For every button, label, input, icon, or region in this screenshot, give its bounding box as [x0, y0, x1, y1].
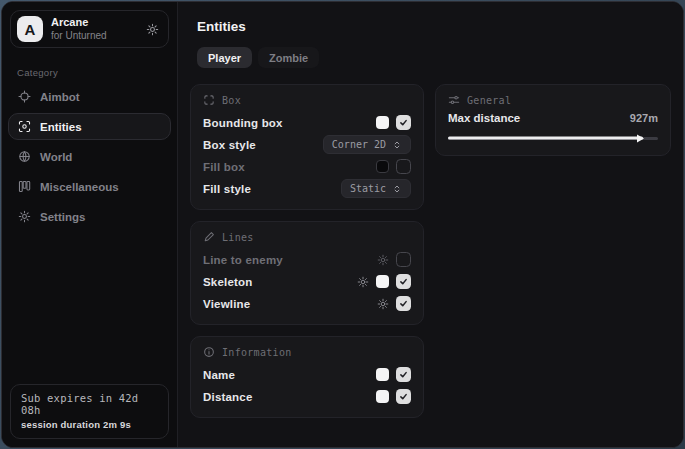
app-subtitle: for Unturned — [51, 30, 107, 43]
sidebar-item-label: Settings — [40, 211, 85, 223]
lines-section: Lines Line to enemy — [190, 221, 424, 325]
tab-zombie[interactable]: Zombie — [258, 47, 319, 68]
setting-row-skeleton: Skeleton — [203, 271, 411, 292]
setting-row-viewline: Viewline — [203, 293, 411, 314]
box-section-header: Box — [203, 94, 411, 106]
color-swatch[interactable] — [376, 160, 389, 173]
app-logo: A — [17, 16, 43, 42]
app-window: A Arcane for Unturned Category — [1, 1, 684, 448]
lines-section-title: Lines — [222, 232, 254, 243]
box-style-dropdown[interactable]: Corner 2D — [323, 135, 411, 154]
setting-row-max-distance: Max distance 927m — [448, 112, 658, 124]
subscription-card: Sub expires in 42d 08h session duration … — [10, 384, 169, 439]
page-title: Entities — [197, 19, 671, 34]
general-section-header: General — [448, 94, 658, 106]
sidebar-item-label: Miscellaneous — [40, 181, 119, 193]
color-swatch[interactable] — [376, 368, 389, 381]
checkbox[interactable] — [396, 367, 411, 382]
sidebar-item-label: Aimbot — [40, 91, 80, 103]
gear-icon[interactable] — [377, 254, 389, 266]
slider-fill — [448, 137, 643, 140]
setting-row-line-to-enemy: Line to enemy — [203, 249, 411, 270]
dropdown-value: Corner 2D — [332, 139, 386, 150]
sidebar: A Arcane for Unturned Category — [2, 2, 178, 447]
information-section-title: Information — [222, 347, 292, 358]
gear-icon[interactable] — [146, 23, 159, 36]
color-swatch[interactable] — [376, 390, 389, 403]
content-columns: Box Bounding box Box — [190, 84, 671, 418]
app-name: Arcane — [51, 16, 107, 30]
checkbox[interactable] — [396, 389, 411, 404]
chevron-selector-icon — [392, 184, 402, 194]
desktop-background: A Arcane for Unturned Category — [0, 0, 685, 449]
box-section: Box Bounding box Box — [190, 84, 424, 210]
gear-icon[interactable] — [377, 298, 389, 310]
tab-player[interactable]: Player — [197, 47, 252, 68]
right-column: General Max distance 927m — [435, 84, 671, 156]
max-distance-value: 927m — [630, 112, 658, 124]
sidebar-item-label: World — [40, 151, 72, 163]
setting-row-distance: Distance — [203, 386, 411, 407]
lines-section-header: Lines — [203, 231, 411, 243]
main-panel: Entities Player Zombie — [178, 2, 683, 447]
entity-tabs: Player Zombie — [197, 47, 671, 68]
brand-text: Arcane for Unturned — [51, 16, 107, 42]
sub-expires-text: Sub expires in 42d 08h — [21, 392, 158, 416]
sidebar-item-settings[interactable]: Settings — [8, 203, 171, 230]
general-section-title: General — [467, 95, 511, 106]
scan-icon — [18, 120, 31, 133]
sidebar-nav: Aimbot Entities — [2, 83, 177, 230]
checkbox[interactable] — [396, 296, 411, 311]
sidebar-item-miscellaneous[interactable]: Miscellaneous — [8, 173, 171, 200]
information-section: Information Name Dis — [190, 336, 424, 418]
fill-style-dropdown[interactable]: Static — [341, 179, 411, 198]
info-icon — [203, 346, 215, 358]
dashed-box-icon — [203, 94, 215, 106]
color-swatch[interactable] — [376, 116, 389, 129]
max-distance-slider[interactable] — [448, 133, 658, 143]
checkbox[interactable] — [396, 159, 411, 174]
globe-icon — [18, 150, 31, 163]
general-section: General Max distance 927m — [435, 84, 671, 156]
gear-icon — [18, 210, 31, 223]
setting-row-fill-style: Fill style Static — [203, 178, 411, 199]
left-column: Box Bounding box Box — [190, 84, 424, 418]
chevron-selector-icon — [392, 140, 402, 150]
checkbox[interactable] — [396, 274, 411, 289]
category-label: Category — [17, 67, 177, 78]
box-section-title: Box — [222, 95, 241, 106]
gear-icon[interactable] — [357, 276, 369, 288]
setting-row-box-style: Box style Corner 2D — [203, 134, 411, 155]
sliders-icon — [448, 94, 460, 106]
sidebar-item-world[interactable]: World — [8, 143, 171, 170]
information-section-header: Information — [203, 346, 411, 358]
app-logo-letter: A — [25, 21, 36, 38]
session-duration-text: session duration 2m 9s — [21, 419, 158, 430]
crosshair-icon — [18, 90, 31, 103]
sidebar-item-aimbot[interactable]: Aimbot — [8, 83, 171, 110]
brand-card: A Arcane for Unturned — [10, 10, 169, 48]
dropdown-value: Static — [350, 183, 386, 194]
sidebar-item-label: Entities — [40, 121, 82, 133]
setting-row-fill-box: Fill box — [203, 156, 411, 177]
checkbox[interactable] — [396, 115, 411, 130]
sidebar-item-entities[interactable]: Entities — [8, 113, 171, 140]
slider-thumb[interactable] — [637, 134, 644, 142]
columns-icon — [18, 180, 31, 193]
pencil-icon — [203, 231, 215, 243]
setting-row-name: Name — [203, 364, 411, 385]
setting-row-bounding-box: Bounding box — [203, 112, 411, 133]
checkbox[interactable] — [396, 252, 411, 267]
color-swatch[interactable] — [376, 275, 389, 288]
